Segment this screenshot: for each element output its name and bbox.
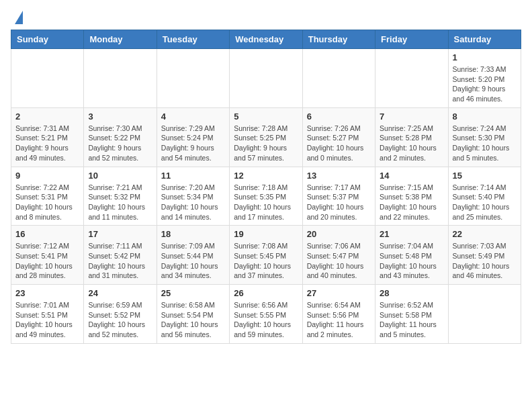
day-number: 24 [88,288,152,298]
calendar-cell: 22Sunrise: 7:03 AM Sunset: 5:49 PM Dayli… [448,226,521,285]
calendar-cell: 2Sunrise: 7:31 AM Sunset: 5:21 PM Daylig… [11,107,84,167]
day-info: Sunrise: 7:14 AM Sunset: 5:40 PM Dayligh… [453,183,517,222]
calendar-week-3: 16Sunrise: 7:12 AM Sunset: 5:41 PM Dayli… [11,226,521,285]
column-header-sunday: Sunday [11,30,84,49]
day-info: Sunrise: 6:59 AM Sunset: 5:52 PM Dayligh… [88,300,152,340]
calendar-week-1: 2Sunrise: 7:31 AM Sunset: 5:21 PM Daylig… [11,107,521,167]
calendar-cell: 26Sunrise: 6:56 AM Sunset: 5:55 PM Dayli… [230,285,302,344]
calendar-cell: 16Sunrise: 7:12 AM Sunset: 5:41 PM Dayli… [11,226,84,285]
day-info: Sunrise: 7:30 AM Sunset: 5:22 PM Dayligh… [88,124,152,163]
calendar-cell: 10Sunrise: 7:21 AM Sunset: 5:32 PM Dayli… [84,167,157,226]
day-number: 14 [380,171,443,181]
day-number: 18 [161,229,225,239]
day-info: Sunrise: 7:25 AM Sunset: 5:28 PM Dayligh… [380,124,443,163]
day-info: Sunrise: 7:04 AM Sunset: 5:48 PM Dayligh… [380,241,443,281]
calendar-cell: 23Sunrise: 7:01 AM Sunset: 5:51 PM Dayli… [11,285,84,344]
calendar-week-2: 9Sunrise: 7:22 AM Sunset: 5:31 PM Daylig… [11,167,521,226]
day-number: 8 [453,111,517,122]
calendar-cell: 8Sunrise: 7:24 AM Sunset: 5:30 PM Daylig… [448,107,521,167]
day-number: 17 [88,229,152,239]
column-header-thursday: Thursday [302,30,375,49]
day-number: 22 [453,229,517,239]
calendar-cell: 15Sunrise: 7:14 AM Sunset: 5:40 PM Dayli… [448,167,521,226]
logo [11,11,23,24]
calendar-cell: 13Sunrise: 7:17 AM Sunset: 5:37 PM Dayli… [302,167,375,226]
calendar-table: SundayMondayTuesdayWednesdayThursdayFrid… [11,30,521,344]
day-number: 13 [307,171,371,181]
calendar-cell: 28Sunrise: 6:52 AM Sunset: 5:58 PM Dayli… [375,285,448,344]
calendar-week-4: 23Sunrise: 7:01 AM Sunset: 5:51 PM Dayli… [11,285,521,344]
calendar-cell: 12Sunrise: 7:18 AM Sunset: 5:35 PM Dayli… [230,167,302,226]
day-number: 7 [380,111,443,122]
day-number: 16 [15,229,79,239]
day-number: 25 [161,288,225,298]
day-number: 15 [453,171,517,181]
day-info: Sunrise: 6:56 AM Sunset: 5:55 PM Dayligh… [234,300,298,340]
calendar-week-0: 1Sunrise: 7:33 AM Sunset: 5:20 PM Daylig… [11,49,521,108]
day-info: Sunrise: 6:54 AM Sunset: 5:56 PM Dayligh… [307,300,371,340]
day-info: Sunrise: 7:24 AM Sunset: 5:30 PM Dayligh… [453,124,517,163]
calendar-cell: 9Sunrise: 7:22 AM Sunset: 5:31 PM Daylig… [11,167,84,226]
calendar-cell [230,49,302,108]
calendar-cell: 5Sunrise: 7:28 AM Sunset: 5:25 PM Daylig… [230,107,302,167]
calendar-cell: 18Sunrise: 7:09 AM Sunset: 5:44 PM Dayli… [157,226,229,285]
calendar-cell: 25Sunrise: 6:58 AM Sunset: 5:54 PM Dayli… [157,285,229,344]
day-info: Sunrise: 7:11 AM Sunset: 5:42 PM Dayligh… [88,241,152,281]
day-info: Sunrise: 7:31 AM Sunset: 5:21 PM Dayligh… [15,124,79,163]
calendar-cell [375,49,448,108]
calendar-cell: 14Sunrise: 7:15 AM Sunset: 5:38 PM Dayli… [375,167,448,226]
day-info: Sunrise: 7:08 AM Sunset: 5:45 PM Dayligh… [234,241,298,281]
column-header-friday: Friday [375,30,448,49]
page-header [11,11,521,24]
day-info: Sunrise: 7:29 AM Sunset: 5:24 PM Dayligh… [161,124,225,163]
day-info: Sunrise: 7:20 AM Sunset: 5:34 PM Dayligh… [161,183,225,222]
day-info: Sunrise: 7:09 AM Sunset: 5:44 PM Dayligh… [161,241,225,281]
day-number: 3 [88,111,152,122]
day-info: Sunrise: 7:15 AM Sunset: 5:38 PM Dayligh… [380,183,443,222]
day-number: 21 [380,229,443,239]
column-header-wednesday: Wednesday [230,30,302,49]
calendar-cell: 6Sunrise: 7:26 AM Sunset: 5:27 PM Daylig… [302,107,375,167]
calendar-cell: 1Sunrise: 7:33 AM Sunset: 5:20 PM Daylig… [448,49,521,108]
day-info: Sunrise: 6:52 AM Sunset: 5:58 PM Dayligh… [380,300,443,340]
day-info: Sunrise: 7:12 AM Sunset: 5:41 PM Dayligh… [15,241,79,281]
day-number: 27 [307,288,371,298]
day-info: Sunrise: 7:22 AM Sunset: 5:31 PM Dayligh… [15,183,79,222]
day-info: Sunrise: 7:21 AM Sunset: 5:32 PM Dayligh… [88,183,152,222]
calendar-cell [157,49,229,108]
day-info: Sunrise: 7:01 AM Sunset: 5:51 PM Dayligh… [15,300,79,340]
calendar-cell [448,285,521,344]
calendar-cell [84,49,157,108]
day-number: 23 [15,288,79,298]
calendar-cell: 27Sunrise: 6:54 AM Sunset: 5:56 PM Dayli… [302,285,375,344]
calendar-cell: 21Sunrise: 7:04 AM Sunset: 5:48 PM Dayli… [375,226,448,285]
day-number: 5 [234,111,298,122]
day-number: 1 [453,52,517,62]
day-number: 4 [161,111,225,122]
day-info: Sunrise: 7:33 AM Sunset: 5:20 PM Dayligh… [453,64,517,104]
day-info: Sunrise: 7:28 AM Sunset: 5:25 PM Dayligh… [234,124,298,163]
day-number: 26 [234,288,298,298]
day-info: Sunrise: 7:03 AM Sunset: 5:49 PM Dayligh… [453,241,517,281]
column-header-monday: Monday [84,30,157,49]
column-header-saturday: Saturday [448,30,521,49]
calendar-cell: 4Sunrise: 7:29 AM Sunset: 5:24 PM Daylig… [157,107,229,167]
day-number: 10 [88,171,152,181]
day-number: 6 [307,111,371,122]
calendar-header-row: SundayMondayTuesdayWednesdayThursdayFrid… [11,30,521,49]
calendar-cell: 19Sunrise: 7:08 AM Sunset: 5:45 PM Dayli… [230,226,302,285]
day-info: Sunrise: 6:58 AM Sunset: 5:54 PM Dayligh… [161,300,225,340]
calendar-cell: 17Sunrise: 7:11 AM Sunset: 5:42 PM Dayli… [84,226,157,285]
calendar-cell: 3Sunrise: 7:30 AM Sunset: 5:22 PM Daylig… [84,107,157,167]
day-info: Sunrise: 7:06 AM Sunset: 5:47 PM Dayligh… [307,241,371,281]
calendar-cell: 20Sunrise: 7:06 AM Sunset: 5:47 PM Dayli… [302,226,375,285]
calendar-cell: 24Sunrise: 6:59 AM Sunset: 5:52 PM Dayli… [84,285,157,344]
column-header-tuesday: Tuesday [157,30,229,49]
day-number: 2 [15,111,79,122]
logo-icon [15,11,23,24]
day-number: 20 [307,229,371,239]
calendar-cell [11,49,84,108]
calendar-cell: 11Sunrise: 7:20 AM Sunset: 5:34 PM Dayli… [157,167,229,226]
calendar-cell [302,49,375,108]
day-info: Sunrise: 7:18 AM Sunset: 5:35 PM Dayligh… [234,183,298,222]
